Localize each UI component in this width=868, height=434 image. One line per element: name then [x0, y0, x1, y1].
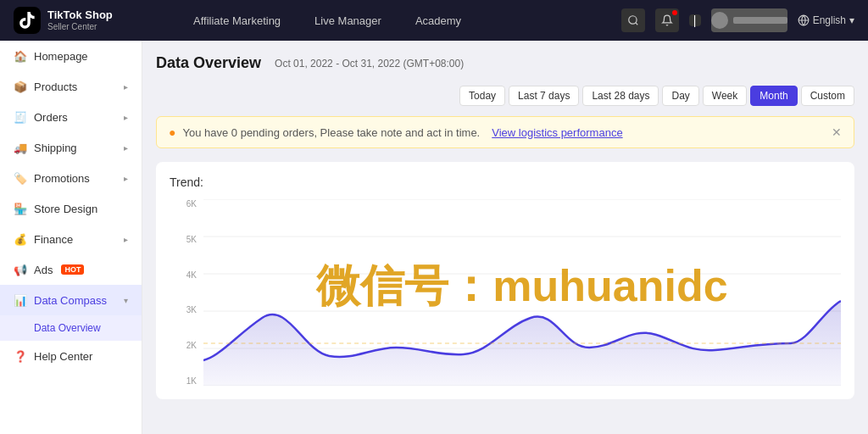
sidebar-label-homepage: Homepage: [34, 50, 88, 63]
sidebar-item-data-compass[interactable]: 📊 Data Compass ▾: [0, 285, 142, 315]
logo: TikTok Shop Seller Center: [14, 7, 149, 34]
ads-icon: 📢: [14, 263, 27, 276]
filter-today[interactable]: Today: [459, 86, 505, 106]
user-avatar[interactable]: [711, 8, 787, 32]
chevron-finance: ▸: [124, 235, 128, 244]
language-selector[interactable]: English ▾: [798, 14, 854, 26]
orders-icon: 🧾: [14, 110, 27, 124]
y-label-3k: 3K: [186, 305, 197, 314]
main-layout: 🏠 Homepage 📦 Products ▸ 🧾 Orders ▸ 🚚 Shi…: [0, 41, 868, 434]
y-label-5k: 5K: [186, 235, 197, 244]
page-title: Data Overview: [156, 54, 261, 72]
filter-week[interactable]: Week: [703, 86, 747, 106]
chevron-promotions: ▸: [124, 174, 128, 183]
sidebar-label-store-design: Store Design: [34, 203, 97, 215]
chart-area: 微信号：muhuanidc: [203, 199, 841, 386]
chart-container: 6K 5K 4K 3K 2K 1K: [170, 199, 841, 386]
filter-month[interactable]: Month: [750, 86, 797, 106]
finance-icon: 💰: [14, 232, 27, 246]
top-nav: TikTok Shop Seller Center Affiliate Mark…: [0, 0, 868, 41]
notification-dot: [672, 10, 677, 15]
sidebar-submenu-data-compass: Data Overview: [0, 315, 142, 341]
alert-bar: ● You have 0 pending orders, Please take…: [156, 116, 854, 148]
help-center-icon: ❓: [14, 349, 27, 363]
nav-affiliate-marketing[interactable]: Affiliate Marketing: [176, 0, 298, 41]
nav-live-manager[interactable]: Live Manager: [298, 0, 398, 41]
chart-title: Trend:: [170, 175, 841, 189]
sidebar-label-help-center: Help Center: [34, 350, 92, 363]
nav-academy[interactable]: Academy: [398, 0, 478, 41]
sidebar-subitem-data-overview[interactable]: Data Overview: [0, 315, 142, 341]
hot-badge: HOT: [61, 264, 84, 275]
avatar-image: [711, 12, 728, 29]
sidebar-item-help-center[interactable]: ❓ Help Center: [0, 341, 142, 371]
nav-right: | English ▾: [621, 8, 854, 32]
filter-day[interactable]: Day: [662, 86, 698, 106]
svg-point-0: [628, 16, 636, 24]
data-compass-icon: 📊: [14, 293, 27, 307]
notification-button[interactable]: [655, 8, 679, 32]
alert-message: You have 0 pending orders, Please take n…: [182, 126, 480, 139]
chevron-shipping: ▸: [124, 143, 128, 153]
y-label-2k: 2K: [186, 341, 197, 350]
sidebar-item-ads[interactable]: 📢 Ads HOT: [0, 254, 142, 285]
sidebar-item-promotions[interactable]: 🏷️ Promotions ▸: [0, 163, 142, 193]
sidebar-item-homepage[interactable]: 🏠 Homepage: [0, 41, 142, 71]
sidebar-item-shipping[interactable]: 🚚 Shipping ▸: [0, 132, 142, 163]
divider: |: [689, 14, 701, 26]
products-icon: 📦: [14, 80, 27, 93]
sidebar: 🏠 Homepage 📦 Products ▸ 🧾 Orders ▸ 🚚 Shi…: [0, 41, 142, 434]
sidebar-item-store-design[interactable]: 🏪 Store Design: [0, 193, 142, 224]
sidebar-item-finance[interactable]: 💰 Finance ▸: [0, 224, 142, 254]
y-label-4k: 4K: [186, 270, 197, 280]
sidebar-label-data-compass: Data Compass: [34, 294, 107, 307]
overview-header: Data Overview Oct 01, 2022 - Oct 31, 202…: [156, 54, 854, 106]
y-label-1k: 1K: [186, 376, 197, 386]
sidebar-label-promotions: Promotions: [34, 172, 90, 185]
main-content: Data Overview Oct 01, 2022 - Oct 31, 202…: [142, 41, 868, 434]
chevron-products: ▸: [124, 82, 128, 92]
sidebar-item-products[interactable]: 📦 Products ▸: [0, 71, 142, 102]
chevron-orders: ▸: [124, 113, 128, 122]
promotions-icon: 🏷️: [14, 171, 27, 185]
username-placeholder: [733, 17, 787, 24]
sidebar-label-finance: Finance: [34, 233, 73, 246]
alert-icon: ●: [169, 125, 175, 139]
trend-chart: [203, 199, 841, 386]
filter-last-7-days[interactable]: Last 7 days: [509, 86, 579, 106]
chart-y-axis: 6K 5K 4K 3K 2K 1K: [170, 199, 203, 386]
store-design-icon: 🏪: [14, 202, 27, 215]
logo-text: TikTok Shop Seller Center: [47, 8, 113, 32]
alert-link[interactable]: View logistics performance: [492, 126, 622, 139]
home-icon: 🏠: [14, 49, 27, 63]
filter-custom[interactable]: Custom: [801, 86, 854, 106]
shipping-icon: 🚚: [14, 141, 27, 154]
tiktok-logo-icon: [14, 7, 41, 34]
search-button[interactable]: [621, 8, 645, 32]
chevron-data-compass: ▾: [124, 296, 128, 305]
nav-links: Affiliate Marketing Live Manager Academy: [176, 0, 621, 41]
date-filters: Today Last 7 days Last 28 days Day Week …: [459, 86, 854, 106]
y-label-6k: 6K: [186, 199, 197, 209]
alert-close-button[interactable]: ✕: [832, 125, 842, 139]
date-range: Oct 01, 2022 - Oct 31, 2022 (GMT+08:00): [275, 58, 464, 70]
filter-last-28-days[interactable]: Last 28 days: [582, 86, 659, 106]
sidebar-label-orders: Orders: [34, 111, 68, 124]
sidebar-item-orders[interactable]: 🧾 Orders ▸: [0, 102, 142, 132]
sidebar-label-shipping: Shipping: [34, 142, 77, 154]
sidebar-label-products: Products: [34, 81, 77, 93]
sidebar-label-ads: Ads: [34, 264, 53, 276]
chart-section: Trend: 6K 5K 4K 3K 2K 1K: [156, 162, 854, 399]
